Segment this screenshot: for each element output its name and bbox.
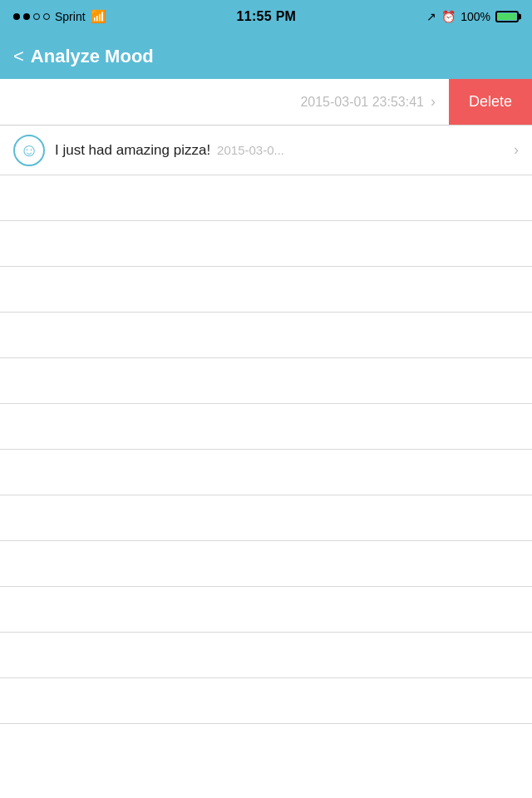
list-container: ☺ I just had amazing pizza! 2015-03-0...… (0, 126, 532, 724)
battery-fill (498, 13, 516, 20)
back-button[interactable]: < Analyze Mood (13, 46, 154, 67)
empty-row (0, 358, 532, 404)
empty-row (0, 633, 532, 678)
swipe-timestamp: 2015-03-01 23:53:41 (300, 95, 424, 110)
nav-back-label: Analyze Mood (31, 46, 154, 67)
delete-button[interactable]: Delete (449, 79, 532, 125)
empty-row (0, 495, 532, 541)
location-icon: ↗ (426, 10, 436, 23)
empty-row (0, 450, 532, 495)
status-bar: Sprint 📶 11:55 PM ↗ ⏰ 100% (0, 0, 532, 33)
swipe-row: opy 2015-03-01 23:53:41 › Delete (0, 79, 532, 125)
carrier-label: Sprint (55, 10, 86, 23)
status-left: Sprint 📶 (13, 9, 106, 24)
dot3 (33, 13, 40, 20)
dot1 (13, 13, 20, 20)
mood-icon-container: ☺ (13, 135, 45, 166)
swipe-row-content[interactable]: opy 2015-03-01 23:53:41 › (0, 79, 449, 125)
swipe-chevron-icon: › (431, 93, 436, 111)
swipe-row-container[interactable]: opy 2015-03-01 23:53:41 › Delete (0, 79, 532, 126)
empty-row (0, 541, 532, 587)
empty-row (0, 678, 532, 724)
status-time: 11:55 PM (236, 9, 296, 24)
battery-indicator (495, 11, 519, 22)
list-item-text: I just had amazing pizza! (55, 142, 210, 159)
wifi-icon: 📶 (91, 9, 106, 24)
list-item[interactable]: ☺ I just had amazing pizza! 2015-03-0...… (0, 126, 532, 175)
smiley-icon: ☺ (20, 141, 38, 160)
empty-row (0, 404, 532, 450)
alarm-icon: ⏰ (441, 10, 456, 23)
signal-dots (13, 13, 50, 20)
list-item-chevron-icon: › (514, 141, 519, 159)
status-right: ↗ ⏰ 100% (426, 10, 519, 23)
battery-bar (495, 11, 519, 22)
empty-row (0, 587, 532, 633)
empty-row (0, 267, 532, 313)
empty-row (0, 175, 532, 221)
dot2 (23, 13, 30, 20)
battery-label: 100% (461, 10, 490, 23)
back-chevron-icon: < (13, 47, 24, 66)
nav-bar: < Analyze Mood (0, 33, 532, 79)
empty-row (0, 221, 532, 267)
list-item-date: 2015-03-0... (217, 143, 284, 157)
empty-row (0, 313, 532, 358)
dot4 (43, 13, 50, 20)
